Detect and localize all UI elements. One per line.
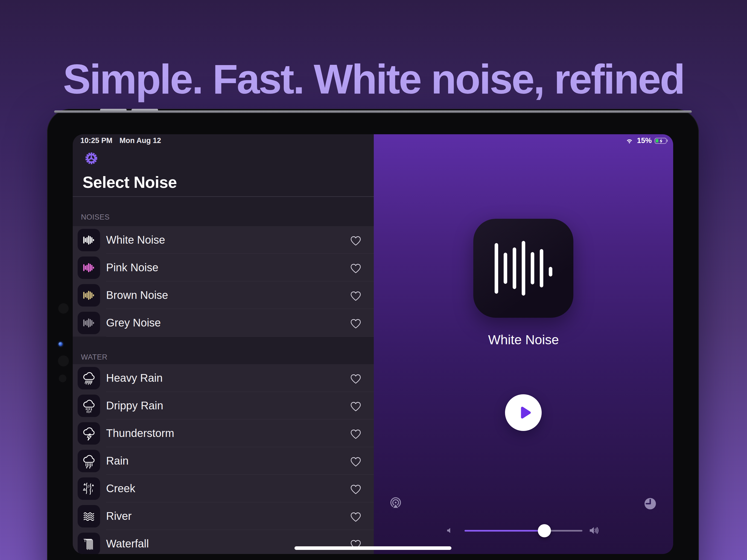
row-label: Heavy Rain bbox=[106, 372, 163, 384]
battery-tip bbox=[667, 139, 668, 142]
heart-icon[interactable] bbox=[349, 426, 363, 440]
charging-bolt-icon bbox=[658, 138, 664, 144]
current-noise-artwork bbox=[473, 219, 573, 318]
drippy-rain-icon bbox=[78, 394, 100, 417]
row-label: Rain bbox=[106, 455, 129, 467]
rain-icon bbox=[78, 450, 100, 472]
divider bbox=[73, 196, 374, 197]
row-label: Thunderstorm bbox=[106, 427, 174, 439]
section-gap: WATER bbox=[73, 337, 374, 364]
camera-lens-glint bbox=[58, 342, 62, 346]
row-heavy-rain[interactable]: Heavy Rain bbox=[73, 364, 374, 392]
noise-list-panel: 10:25 PM Mon Aug 12 Select Noise NO bbox=[73, 134, 374, 554]
pink-noise-icon bbox=[78, 256, 100, 279]
row-drippy-rain[interactable]: Drippy Rain bbox=[73, 392, 374, 419]
volume-slider-fill bbox=[465, 530, 544, 532]
section-header-noises: NOISES bbox=[81, 213, 110, 222]
heart-icon[interactable] bbox=[349, 509, 363, 524]
creek-icon bbox=[78, 478, 100, 500]
status-date: Mon Aug 12 bbox=[120, 136, 161, 145]
heart-icon[interactable] bbox=[349, 288, 363, 302]
row-brown-noise[interactable]: Brown Noise bbox=[73, 281, 374, 309]
wifi-icon bbox=[625, 137, 634, 145]
battery-percent: 15% bbox=[637, 136, 651, 145]
home-indicator[interactable] bbox=[294, 546, 452, 550]
battery-indicator bbox=[654, 138, 668, 144]
headline: Simple. Fast. White noise, refined bbox=[0, 56, 747, 102]
heart-icon[interactable] bbox=[349, 261, 363, 275]
sensor-dot bbox=[58, 355, 69, 366]
noise-list: White Noise Pink Noise Brown Noise bbox=[73, 226, 374, 554]
ipad-device: 10:25 PM Mon Aug 12 Select Noise NO bbox=[47, 109, 699, 560]
sleep-timer-button[interactable] bbox=[643, 497, 657, 510]
heart-icon[interactable] bbox=[349, 316, 363, 330]
gear-icon bbox=[85, 152, 98, 165]
grey-noise-icon bbox=[78, 312, 100, 334]
waveform-bar bbox=[540, 249, 543, 287]
play-button[interactable] bbox=[505, 394, 542, 431]
airplay-button[interactable] bbox=[389, 497, 402, 510]
row-creek[interactable]: Creek bbox=[73, 475, 374, 502]
volume-max-icon bbox=[588, 525, 599, 536]
row-label: White Noise bbox=[106, 234, 165, 246]
page-title: Select Noise bbox=[83, 173, 177, 192]
section-header-water: WATER bbox=[81, 353, 107, 361]
row-rain[interactable]: Rain bbox=[73, 447, 374, 475]
brown-noise-icon bbox=[78, 284, 100, 307]
waveform-bar bbox=[513, 248, 516, 289]
device-edge bbox=[54, 110, 692, 113]
row-waterfall[interactable]: Waterfall bbox=[73, 530, 374, 554]
row-label: Brown Noise bbox=[106, 289, 168, 301]
row-label: Waterfall bbox=[106, 538, 149, 550]
row-label: Pink Noise bbox=[106, 261, 158, 274]
front-camera bbox=[58, 303, 69, 314]
row-grey-noise[interactable]: Grey Noise bbox=[73, 309, 374, 337]
current-noise-title: White Noise bbox=[374, 332, 673, 347]
waterfall-icon bbox=[78, 533, 100, 554]
status-time: 10:25 PM bbox=[80, 136, 112, 145]
ipad-screen: 10:25 PM Mon Aug 12 Select Noise NO bbox=[73, 134, 673, 554]
status-bar-right: 15% bbox=[625, 136, 668, 145]
heart-icon[interactable] bbox=[349, 454, 363, 468]
heart-icon[interactable] bbox=[349, 233, 363, 247]
river-icon bbox=[78, 505, 100, 528]
heart-icon[interactable] bbox=[349, 482, 363, 496]
thunderstorm-icon bbox=[78, 422, 100, 444]
volume-slider[interactable] bbox=[465, 530, 583, 532]
sensor-dot-small bbox=[59, 375, 67, 382]
row-label: Drippy Rain bbox=[106, 400, 163, 412]
waveform-bar bbox=[531, 252, 534, 284]
airplay-icon bbox=[389, 497, 402, 510]
row-white-noise[interactable]: White Noise bbox=[73, 226, 374, 254]
row-pink-noise[interactable]: Pink Noise bbox=[73, 254, 374, 281]
heavy-rain-icon bbox=[78, 367, 100, 389]
status-bar-left: 10:25 PM Mon Aug 12 bbox=[80, 136, 161, 145]
play-icon bbox=[516, 404, 534, 422]
waveform-bar bbox=[495, 243, 498, 294]
waveform-bar bbox=[522, 241, 525, 296]
row-label: Creek bbox=[106, 482, 135, 495]
row-thunderstorm[interactable]: Thunderstorm bbox=[73, 419, 374, 447]
row-label: River bbox=[106, 510, 131, 522]
row-label: Grey Noise bbox=[106, 316, 161, 329]
timer-clock-icon bbox=[643, 497, 657, 510]
volume-slider-knob[interactable] bbox=[538, 524, 551, 537]
row-river[interactable]: River bbox=[73, 502, 374, 530]
heart-icon[interactable] bbox=[349, 371, 363, 385]
heart-icon[interactable] bbox=[349, 399, 363, 413]
volume-min-icon bbox=[445, 526, 454, 535]
player-panel: 15% bbox=[374, 134, 673, 554]
battery-icon bbox=[654, 138, 667, 144]
waveform-bar bbox=[504, 253, 507, 284]
waveform-bar bbox=[549, 267, 552, 276]
white-noise-icon bbox=[78, 229, 100, 251]
settings-button[interactable] bbox=[85, 152, 98, 165]
